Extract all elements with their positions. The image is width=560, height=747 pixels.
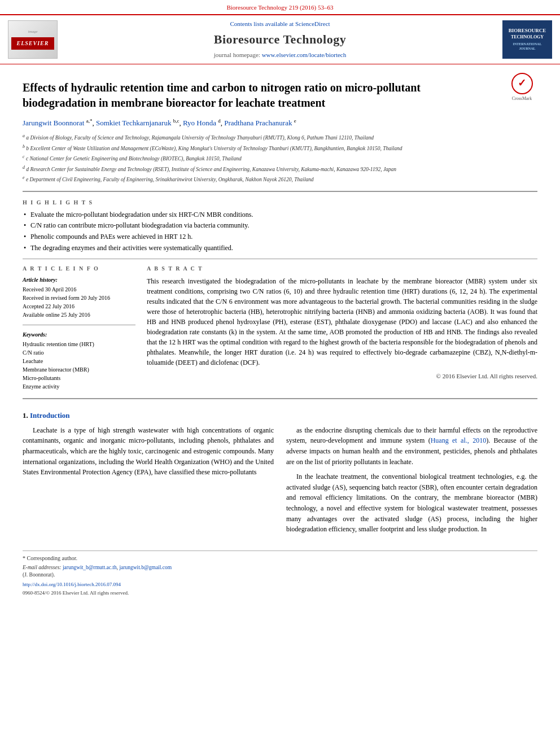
history-label: Article history:	[23, 276, 135, 284]
contents-line: Contents lists available at ScienceDirec…	[63, 20, 497, 28]
journal-reference: Bioresource Technology 219 (2016) 53–63	[0, 0, 560, 14]
abstract-label: A B S T R A C T	[147, 265, 537, 273]
intro-para1: Leachate is a type of high strength wast…	[23, 425, 274, 478]
affil-c: c c National Center for Genetic Engineer…	[23, 154, 537, 163]
intro-para3: In the leachate treatment, the conventio…	[286, 471, 537, 535]
left-logo: image ELSEVIER	[8, 20, 58, 59]
crossmark[interactable]: ✓ CrossMark	[506, 73, 537, 102]
corr-label: * Corresponding author.	[23, 554, 537, 562]
bio-logo-line1: BIORESOURCE	[509, 28, 546, 34]
footnote-name: (J. Boonnorat).	[23, 571, 537, 579]
highlights-list: Evaluate the micro-pollutant biodegradat…	[23, 210, 537, 253]
author-4[interactable]: Pradthana Prachanurak	[224, 119, 292, 127]
author-3[interactable]: Ryo Honda	[183, 119, 216, 127]
author-1[interactable]: Jarungwit Boonnorat	[23, 119, 84, 127]
section-heading: 1. Introduction	[23, 410, 537, 421]
authors: Jarungwit Boonnorat a,*, Somkiet Techkar…	[23, 117, 537, 129]
kw-4: Membrane bioreactor (MBR)	[23, 366, 135, 374]
bio-logo-line2: TECHNOLOGY	[511, 34, 544, 40]
accepted-date: Accepted 22 July 2016	[23, 303, 135, 311]
kw-5: Micro-pollutants	[23, 374, 135, 382]
abstract-text: This research investigated the biodegrad…	[147, 276, 537, 368]
received-revised-date: Received in revised form 20 July 2016	[23, 294, 135, 302]
crossmark-icon: ✓	[511, 73, 533, 94]
divider-1	[23, 191, 537, 192]
journal-center: Contents lists available at ScienceDirec…	[58, 20, 502, 59]
journal-homepage: journal homepage: www.elsevier.com/locat…	[63, 51, 497, 59]
intro-col2: as the endocrine disrupting chemicals du…	[286, 425, 537, 539]
section-num: 1.	[23, 411, 30, 420]
keywords-section: Keywords: Hydraulic retention time (HRT)…	[23, 331, 135, 391]
introduction-section: 1. Introduction Leachate is a type of hi…	[23, 410, 537, 539]
main-content: Effects of hydraulic retention time and …	[0, 64, 560, 608]
homepage-url[interactable]: www.elsevier.com/locate/biortech	[262, 51, 347, 58]
ref-huang[interactable]: Huang et al., 2010	[431, 436, 487, 444]
email-line: E-mail addresses: jarungwit_b@rmutt.ac.t…	[23, 564, 537, 571]
elsevier-label: ELSEVIER	[11, 37, 55, 50]
article-info-label: A R T I C L E I N F O	[23, 265, 135, 273]
journal-ref-text: Bioresource Technology 219 (2016) 53–63	[226, 4, 333, 11]
author-3-sup: d	[218, 118, 221, 124]
divider-2	[23, 259, 537, 259]
copyright: © 2016 Elsevier Ltd. All rights reserved…	[147, 372, 537, 381]
kw-2: C/N ratio	[23, 349, 135, 357]
kw-6: Enzyme activity	[23, 383, 135, 391]
email-2[interactable]: jarungwit.b@gmail.com	[119, 565, 172, 570]
received-date: Received 30 April 2016	[23, 286, 135, 294]
homepage-label: journal homepage:	[214, 51, 260, 58]
section-title: Introduction	[30, 411, 70, 420]
bioresource-logo: BIORESOURCE TECHNOLOGY INTERNATIONAL JOU…	[502, 20, 552, 59]
author-1-sup: a,*	[86, 118, 93, 124]
sciencedirect-link[interactable]: ScienceDirect	[295, 20, 330, 27]
author-2[interactable]: Somkiet Techkarnjanaruk	[96, 119, 172, 127]
keywords-label: Keywords:	[23, 331, 135, 339]
journal-title: Bioresource Technology	[63, 31, 497, 49]
footer-notes: * Corresponding author. E-mail addresses…	[23, 551, 537, 597]
highlights-label: H I G H L I G H T S	[23, 199, 537, 207]
article-info: A R T I C L E I N F O Article history: R…	[23, 265, 135, 391]
journal-header: image ELSEVIER Contents lists available …	[0, 14, 560, 64]
affiliations: a a Division of Biology, Faculty of Scie…	[23, 133, 537, 184]
info-divider	[23, 325, 135, 325]
info-abstract-area: A R T I C L E I N F O Article history: R…	[23, 265, 537, 391]
email-label: E-mail addresses:	[23, 565, 62, 570]
article-title: Effects of hydraulic retention time and …	[23, 80, 485, 111]
intro-col1: Leachate is a type of high strength wast…	[23, 425, 274, 539]
highlights-section: H I G H L I G H T S Evaluate the micro-p…	[23, 199, 537, 253]
crossmark-label: CrossMark	[512, 95, 532, 102]
intro-body: Leachate is a type of high strength wast…	[23, 425, 537, 539]
affil-d: d d Research Center for Sustainable Ener…	[23, 164, 537, 173]
affil-e: e e Department of Civil Engineering, Fac…	[23, 174, 537, 184]
issn: 0960-8524/© 2016 Elsevier Ltd. All right…	[23, 589, 537, 597]
email-1[interactable]: jarungwit_b@rmutt.ac.th	[63, 565, 117, 570]
author-2-sup: b,c	[173, 118, 180, 124]
highlight-4: The degrading enzymes and their activiti…	[23, 243, 537, 253]
highlight-3: Phenolic compounds and PAEs were achieve…	[23, 232, 537, 242]
affil-a: a a Division of Biology, Faculty of Scie…	[23, 133, 537, 142]
doi-link[interactable]: http://dx.doi.org/10.1016/j.biortech.201…	[23, 581, 537, 588]
divider-3	[23, 398, 537, 399]
title-area: Effects of hydraulic retention time and …	[23, 70, 537, 117]
kw-1: Hydraulic retention time (HRT)	[23, 340, 135, 348]
author-4-sup: e	[294, 118, 296, 124]
abstract-section: A B S T R A C T This research investigat…	[147, 265, 537, 391]
kw-3: Leachate	[23, 357, 135, 365]
bio-logo-subtitle: INTERNATIONAL JOURNAL	[505, 42, 550, 51]
affil-b: b b Excellent Center of Waste Utilizatio…	[23, 143, 537, 152]
contents-text: Contents lists available at	[230, 20, 294, 27]
intro-para2: as the endocrine disrupting chemicals du…	[286, 425, 537, 467]
highlight-1: Evaluate the micro-pollutant biodegradat…	[23, 210, 537, 220]
available-online: Available online 25 July 2016	[23, 311, 135, 319]
highlight-2: C/N ratio can contribute micro-pollutant…	[23, 221, 537, 230]
